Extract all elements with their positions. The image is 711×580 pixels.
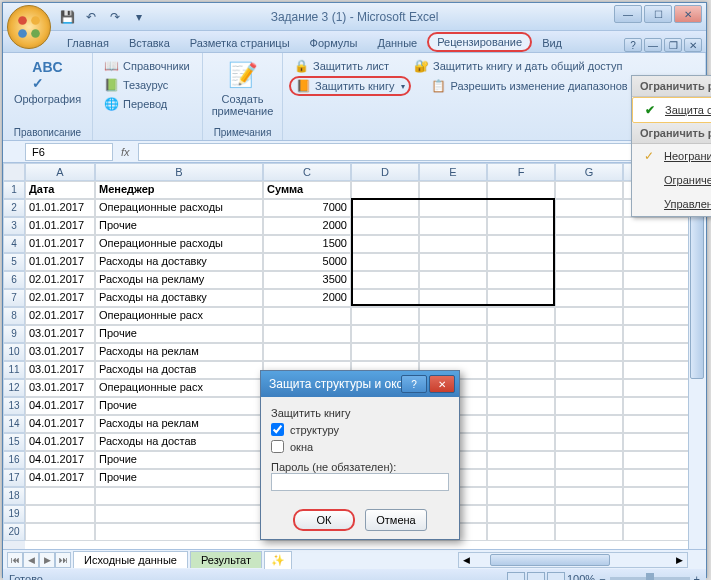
col-d[interactable]: D xyxy=(351,163,419,181)
cell[interactable]: Прочие xyxy=(95,469,263,487)
cell[interactable] xyxy=(555,487,623,505)
cell[interactable] xyxy=(263,343,351,361)
cell[interactable] xyxy=(555,343,623,361)
cell[interactable] xyxy=(623,397,691,415)
cell[interactable]: 7000 xyxy=(263,199,351,217)
cell[interactable]: Прочие xyxy=(95,325,263,343)
dd-unrestricted[interactable]: ✓Неограниченный доступ xyxy=(632,144,711,168)
cell[interactable] xyxy=(623,289,691,307)
cell[interactable] xyxy=(263,325,351,343)
dd-structure-windows[interactable]: ✔Защита структуры и окон xyxy=(632,97,711,123)
cell[interactable]: 04.01.2017 xyxy=(25,433,95,451)
cell[interactable] xyxy=(555,505,623,523)
col-b[interactable]: B xyxy=(95,163,263,181)
cell[interactable] xyxy=(555,325,623,343)
row-head[interactable]: 17 xyxy=(3,469,25,487)
cell[interactable] xyxy=(555,217,623,235)
cell[interactable] xyxy=(555,415,623,433)
cell[interactable] xyxy=(487,181,555,199)
spelling-button[interactable]: ABC✓ Орфография xyxy=(10,57,85,107)
row-head[interactable]: 7 xyxy=(3,289,25,307)
cell[interactable]: 04.01.2017 xyxy=(25,415,95,433)
checkbox-structure[interactable]: структуру xyxy=(271,423,449,436)
cell[interactable]: Менеджер xyxy=(95,181,263,199)
col-e[interactable]: E xyxy=(419,163,487,181)
cell[interactable] xyxy=(351,271,419,289)
cell[interactable] xyxy=(95,487,263,505)
zoom-in-button[interactable]: + xyxy=(694,573,700,580)
cell[interactable]: Расходы на реклам xyxy=(95,343,263,361)
cell[interactable]: 03.01.2017 xyxy=(25,361,95,379)
cell[interactable]: Расходы на достав xyxy=(95,433,263,451)
cell[interactable] xyxy=(419,289,487,307)
cell[interactable]: 02.01.2017 xyxy=(25,289,95,307)
new-comment-button[interactable]: 📝 Создать примечание xyxy=(208,57,278,119)
cell[interactable] xyxy=(623,505,691,523)
row-head[interactable]: 5 xyxy=(3,253,25,271)
cell[interactable]: 03.01.2017 xyxy=(25,325,95,343)
cell[interactable] xyxy=(351,235,419,253)
zoom-thumb[interactable] xyxy=(646,573,654,580)
cell[interactable] xyxy=(487,235,555,253)
cell[interactable] xyxy=(419,325,487,343)
cell[interactable] xyxy=(487,271,555,289)
qat-more-icon[interactable]: ▾ xyxy=(129,7,149,27)
row-head[interactable]: 19 xyxy=(3,505,25,523)
col-g[interactable]: G xyxy=(555,163,623,181)
cell[interactable] xyxy=(487,469,555,487)
col-f[interactable]: F xyxy=(487,163,555,181)
protect-workbook-button[interactable]: 📙Защитить книгу▾ xyxy=(289,76,411,96)
tab-layout[interactable]: Разметка страницы xyxy=(180,34,300,52)
cell[interactable] xyxy=(555,523,623,541)
row-head[interactable]: 4 xyxy=(3,235,25,253)
scroll-left-icon[interactable]: ◀ xyxy=(459,555,474,565)
cell[interactable] xyxy=(487,397,555,415)
cell[interactable]: Расходы на доставку xyxy=(95,289,263,307)
cell[interactable] xyxy=(487,253,555,271)
row-head[interactable]: 15 xyxy=(3,433,25,451)
row-head[interactable]: 11 xyxy=(3,361,25,379)
protect-share-button[interactable]: 🔐Защитить книгу и дать общий доступ xyxy=(409,57,626,75)
close-button[interactable]: ✕ xyxy=(674,5,702,23)
cell[interactable]: Расходы на рекламу xyxy=(95,271,263,289)
cell[interactable]: 01.01.2017 xyxy=(25,253,95,271)
cell[interactable] xyxy=(351,253,419,271)
cell[interactable] xyxy=(623,271,691,289)
cell[interactable] xyxy=(351,289,419,307)
cell[interactable] xyxy=(555,271,623,289)
scroll-right-icon[interactable]: ▶ xyxy=(672,555,687,565)
cell[interactable]: 3500 xyxy=(263,271,351,289)
cell[interactable] xyxy=(623,217,691,235)
maximize-button[interactable]: ☐ xyxy=(644,5,672,23)
cell[interactable] xyxy=(555,307,623,325)
cell[interactable] xyxy=(555,199,623,217)
cell[interactable] xyxy=(623,361,691,379)
dd-restricted[interactable]: Ограниченный доступ xyxy=(632,168,711,192)
cell[interactable] xyxy=(623,343,691,361)
view-layout-button[interactable] xyxy=(527,572,545,580)
row-head[interactable]: 8 xyxy=(3,307,25,325)
formula-input[interactable] xyxy=(138,143,706,161)
row-head[interactable]: 13 xyxy=(3,397,25,415)
cell[interactable] xyxy=(487,433,555,451)
cell[interactable] xyxy=(351,325,419,343)
help-icon[interactable]: ? xyxy=(624,38,642,52)
dialog-close-button[interactable]: ✕ xyxy=(429,375,455,393)
minimize-button[interactable]: — xyxy=(614,5,642,23)
redo-icon[interactable]: ↷ xyxy=(105,7,125,27)
tab-view[interactable]: Вид xyxy=(532,34,572,52)
cell[interactable] xyxy=(419,235,487,253)
cell[interactable]: Операционные расх xyxy=(95,379,263,397)
row-head[interactable]: 14 xyxy=(3,415,25,433)
tab-formulas[interactable]: Формулы xyxy=(300,34,368,52)
cell[interactable]: Прочие xyxy=(95,451,263,469)
office-button[interactable] xyxy=(7,5,51,49)
cell[interactable]: 04.01.2017 xyxy=(25,469,95,487)
row-head[interactable]: 6 xyxy=(3,271,25,289)
cell[interactable] xyxy=(25,523,95,541)
cell[interactable] xyxy=(555,451,623,469)
vertical-scrollbar[interactable] xyxy=(688,181,706,549)
cell[interactable] xyxy=(419,217,487,235)
cell[interactable] xyxy=(555,433,623,451)
cell[interactable] xyxy=(487,451,555,469)
